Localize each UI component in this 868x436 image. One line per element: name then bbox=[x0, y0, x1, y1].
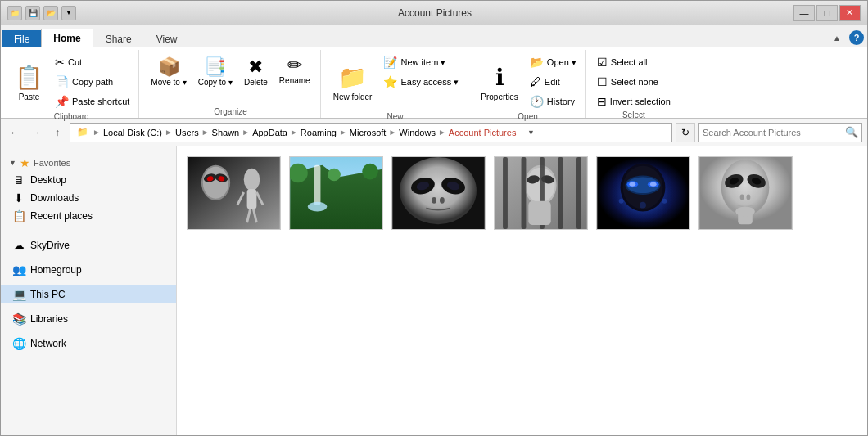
ribbon: 📋 Paste ✂ Cut 📄 Copy path 📌 Paste shortc… bbox=[1, 47, 867, 119]
select-secondary: ☑ Select all ☐ Select none ⊟ Invert sele… bbox=[593, 53, 675, 110]
address-bar[interactable]: 📁 ► Local Disk (C:) ► Users ► Shawn ► Ap… bbox=[70, 123, 672, 142]
up-button[interactable]: ↑ bbox=[48, 124, 66, 142]
easy-access-label: Easy access ▾ bbox=[400, 77, 459, 88]
search-icon[interactable]: 🔍 bbox=[845, 126, 858, 138]
close-button[interactable]: ✕ bbox=[839, 5, 861, 21]
new-item-button[interactable]: 📝 New item ▾ bbox=[379, 53, 463, 71]
svg-point-47 bbox=[629, 182, 635, 187]
downloads-icon: ⬇ bbox=[12, 191, 25, 205]
downloads-label: Downloads bbox=[30, 192, 79, 204]
app-icon-2: 💾 bbox=[25, 6, 40, 20]
crumb-appdata[interactable]: AppData bbox=[252, 128, 287, 137]
copy-path-button[interactable]: 📄 Copy path bbox=[51, 73, 133, 91]
paste-button[interactable]: 📋 Paste bbox=[9, 53, 49, 112]
tab-share[interactable]: Share bbox=[93, 29, 144, 47]
clipboard-secondary: ✂ Cut 📄 Copy path 📌 Paste shortcut bbox=[51, 53, 133, 110]
sidebar-spacer-3 bbox=[1, 279, 176, 285]
image-item-5[interactable] bbox=[596, 156, 690, 230]
select-none-button[interactable]: ☐ Select none bbox=[593, 73, 675, 91]
sidebar-item-homegroup[interactable]: 👥 Homegroup bbox=[1, 261, 176, 279]
open-button[interactable]: 📂 Open ▾ bbox=[526, 53, 581, 71]
image-item-3[interactable] bbox=[391, 156, 486, 230]
address-dropdown-icon[interactable]: ▼ bbox=[522, 124, 540, 142]
app-icon-expand[interactable]: ▼ bbox=[61, 6, 76, 20]
sep-1: ► bbox=[165, 128, 173, 137]
select-group-label: Select bbox=[622, 110, 645, 121]
recent-places-label: Recent places bbox=[30, 210, 93, 222]
sidebar-item-skydrive[interactable]: ☁ SkyDrive bbox=[1, 236, 176, 254]
copy-path-icon: 📄 bbox=[55, 75, 69, 88]
edit-button[interactable]: 🖊 Edit bbox=[526, 73, 581, 91]
search-box[interactable]: 🔍 bbox=[698, 123, 862, 142]
edit-label: Edit bbox=[545, 77, 560, 87]
new-folder-button[interactable]: 📁 New folder bbox=[328, 53, 378, 112]
favorites-arrow: ▼ bbox=[9, 159, 16, 167]
history-button[interactable]: 🕐 History bbox=[526, 92, 581, 110]
search-input[interactable] bbox=[703, 128, 842, 137]
back-button[interactable]: ← bbox=[6, 124, 24, 142]
open-secondary: 📂 Open ▾ 🖊 Edit 🕐 History bbox=[526, 53, 581, 110]
file-content bbox=[177, 146, 867, 436]
svg-rect-33 bbox=[503, 157, 508, 229]
crumb-roaming[interactable]: Roaming bbox=[301, 128, 337, 137]
minimize-button[interactable]: — bbox=[793, 5, 815, 21]
svg-point-59 bbox=[746, 194, 750, 200]
desktop-icon: 🖥 bbox=[12, 173, 25, 187]
image-item-4[interactable] bbox=[494, 156, 588, 230]
sidebar-item-libraries[interactable]: 📚 Libraries bbox=[1, 310, 176, 328]
image-item-6[interactable] bbox=[698, 156, 793, 230]
tab-home[interactable]: Home bbox=[41, 29, 93, 47]
svg-rect-36 bbox=[558, 157, 563, 229]
invert-selection-button[interactable]: ⊟ Invert selection bbox=[593, 92, 675, 110]
open-content: ℹ Properties 📂 Open ▾ 🖊 Edit 🕐 History bbox=[475, 52, 581, 112]
properties-button[interactable]: ℹ Properties bbox=[475, 53, 524, 112]
select-none-label: Select none bbox=[611, 77, 658, 87]
thumb-svg-6 bbox=[699, 157, 792, 229]
select-all-button[interactable]: ☑ Select all bbox=[593, 53, 675, 71]
copy-to-button[interactable]: 📑 Copy to ▾ bbox=[193, 53, 237, 90]
delete-button[interactable]: ✖ Delete bbox=[239, 53, 273, 90]
crumb-shawn[interactable]: Shawn bbox=[212, 128, 240, 137]
properties-icon: ℹ bbox=[495, 64, 504, 91]
help-button[interactable]: ? bbox=[849, 30, 864, 45]
cut-button[interactable]: ✂ Cut bbox=[51, 53, 133, 71]
tab-file[interactable]: File bbox=[2, 30, 41, 47]
sidebar-item-recent-places[interactable]: 📋 Recent places bbox=[1, 207, 176, 225]
sidebar-item-network[interactable]: 🌐 Network bbox=[1, 335, 176, 353]
ribbon-group-new: 📁 New folder 📝 New item ▾ ⭐ Easy access … bbox=[323, 50, 469, 118]
image-item-1[interactable] bbox=[187, 156, 281, 230]
svg-point-49 bbox=[619, 199, 624, 204]
rename-button[interactable]: ✏ Rename bbox=[274, 53, 315, 88]
tab-view[interactable]: View bbox=[144, 29, 190, 47]
sidebar-item-downloads[interactable]: ⬇ Downloads bbox=[1, 189, 176, 207]
svg-point-21 bbox=[400, 157, 477, 224]
ribbon-collapse-btn[interactable]: ▲ bbox=[828, 29, 846, 47]
sidebar-item-thispc[interactable]: 💻 This PC bbox=[1, 285, 176, 303]
svg-point-19 bbox=[328, 169, 341, 182]
image-item-2[interactable] bbox=[289, 156, 383, 230]
cut-label: Cut bbox=[68, 57, 82, 67]
move-to-button[interactable]: 📦 Move to ▾ bbox=[146, 53, 191, 90]
crumb-local-disk[interactable]: Local Disk (C:) bbox=[103, 128, 162, 137]
paste-label: Paste bbox=[19, 92, 40, 101]
delete-label: Delete bbox=[244, 78, 268, 87]
easy-access-icon: ⭐ bbox=[383, 75, 397, 88]
crumb-users[interactable]: Users bbox=[175, 128, 199, 137]
crumb-account-pictures[interactable]: Account Pictures bbox=[449, 128, 517, 137]
new-secondary: 📝 New item ▾ ⭐ Easy access ▾ bbox=[379, 53, 463, 91]
paste-shortcut-button[interactable]: 📌 Paste shortcut bbox=[51, 92, 133, 110]
easy-access-button[interactable]: ⭐ Easy access ▾ bbox=[379, 73, 463, 91]
title-controls: — □ ✕ bbox=[793, 5, 861, 21]
open-icon: 📂 bbox=[530, 56, 544, 69]
sep-3: ► bbox=[242, 128, 250, 137]
maximize-button[interactable]: □ bbox=[816, 5, 838, 21]
thumb-svg-3 bbox=[392, 157, 485, 229]
crumb-windows[interactable]: Windows bbox=[399, 128, 436, 137]
sidebar-item-desktop[interactable]: 🖥 Desktop bbox=[1, 171, 176, 189]
title-bar: 📁 💾 📂 ▼ Account Pictures — □ ✕ bbox=[1, 1, 867, 25]
crumb-microsoft[interactable]: Microsoft bbox=[350, 128, 387, 137]
refresh-button[interactable]: ↻ bbox=[676, 123, 695, 142]
forward-button[interactable]: → bbox=[27, 124, 45, 142]
favorites-header[interactable]: ▼ ★ Favorites bbox=[1, 153, 176, 171]
copy-to-label: Copy to ▾ bbox=[198, 78, 233, 87]
